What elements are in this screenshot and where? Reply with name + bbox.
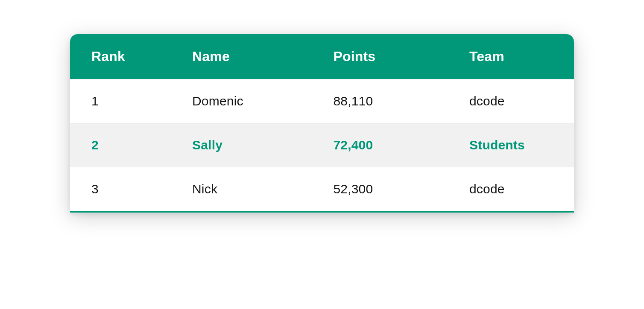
table-header-row: Rank Name Points Team [70,34,574,79]
cell-team: dcode [448,167,574,211]
header-points: Points [312,34,448,79]
header-name: Name [171,34,312,79]
cell-rank: 3 [70,167,171,211]
cell-rank: 1 [70,79,171,123]
cell-points: 88,110 [312,79,448,123]
cell-name: Domenic [171,79,312,123]
leaderboard-table-container: Rank Name Points Team 1Domenic88,110dcod… [70,34,574,213]
cell-points: 72,400 [312,123,448,167]
cell-points: 52,300 [312,167,448,211]
table-header: Rank Name Points Team [70,34,574,79]
leaderboard-table: Rank Name Points Team 1Domenic88,110dcod… [70,34,574,211]
header-team: Team [448,34,574,79]
header-rank: Rank [70,34,171,79]
cell-name: Nick [171,167,312,211]
table-row: 3Nick52,300dcode [70,167,574,211]
cell-team: dcode [448,79,574,123]
table-body: 1Domenic88,110dcode2Sally72,400Students3… [70,79,574,211]
cell-rank: 2 [70,123,171,167]
table-row: 1Domenic88,110dcode [70,79,574,123]
table-row: 2Sally72,400Students [70,123,574,167]
cell-team: Students [448,123,574,167]
cell-name: Sally [171,123,312,167]
